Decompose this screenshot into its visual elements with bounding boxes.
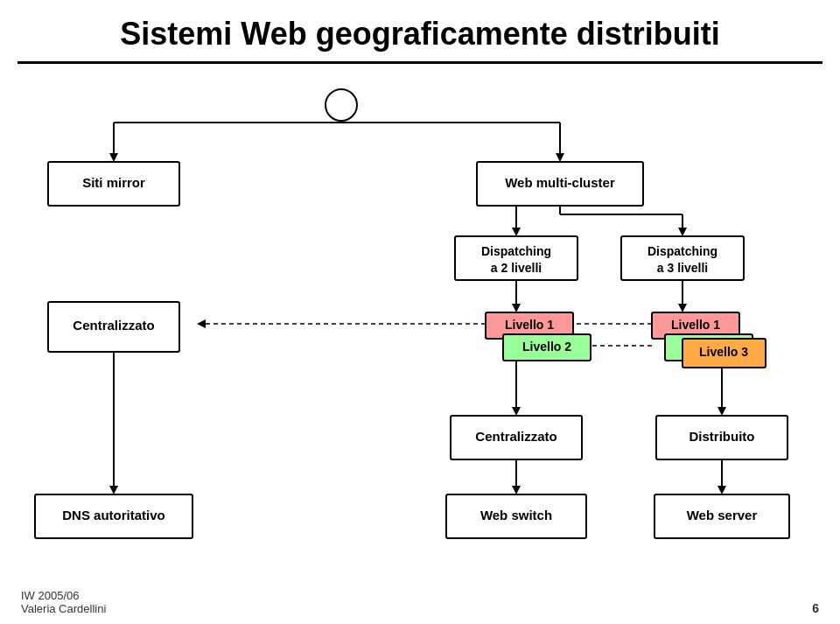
svg-marker-18 (197, 319, 206, 328)
livello3-label: Livello 3 (699, 345, 748, 359)
svg-marker-14 (512, 304, 521, 312)
svg-marker-32 (718, 486, 726, 494)
page: Sistemi Web geograficamente distribuiti (0, 0, 840, 624)
livello1-left-label: Livello 1 (505, 318, 554, 332)
dispatching2-label2: a 2 livelli (491, 261, 542, 275)
centralizzato-bottom-label: Centralizzato (475, 429, 556, 444)
svg-marker-12 (678, 228, 687, 236)
top-node (326, 89, 357, 121)
svg-marker-28 (109, 486, 118, 494)
title-area: Sistemi Web geograficamente distribuiti (18, 0, 822, 64)
footer-course: IW 2005/06 (21, 589, 106, 602)
distribuito-label: Distribuito (690, 429, 755, 444)
diagram: Siti mirror Web multi-cluster Dispatchin… (0, 70, 840, 595)
svg-marker-30 (512, 486, 521, 494)
svg-marker-3 (109, 153, 118, 162)
livello1-right-label: Livello 1 (671, 318, 720, 332)
svg-marker-8 (512, 228, 521, 236)
footer-page: 6 (812, 601, 819, 615)
footer-author: Valeria Cardellini (21, 602, 106, 615)
svg-marker-24 (512, 407, 521, 416)
svg-marker-16 (678, 304, 687, 312)
page-title: Sistemi Web geograficamente distribuiti (18, 16, 822, 53)
footer: IW 2005/06 Valeria Cardellini (21, 589, 106, 615)
dispatching3-label2: a 3 livelli (657, 261, 708, 275)
svg-marker-26 (718, 407, 726, 416)
livello2-left-label: Livello 2 (522, 340, 571, 354)
siti-mirror-label: Siti mirror (82, 175, 145, 190)
svg-marker-6 (556, 153, 564, 162)
web-switch-label: Web switch (480, 508, 552, 522)
dispatching3-label1: Dispatching (648, 244, 718, 258)
web-server-label: Web server (687, 508, 758, 522)
centralizzato-left-label: Centralizzato (73, 318, 154, 333)
dispatching2-label1: Dispatching (481, 244, 551, 258)
web-multicluster-label: Web multi-cluster (505, 175, 615, 190)
dns-autoritativo-label: DNS autoritativo (62, 508, 165, 522)
